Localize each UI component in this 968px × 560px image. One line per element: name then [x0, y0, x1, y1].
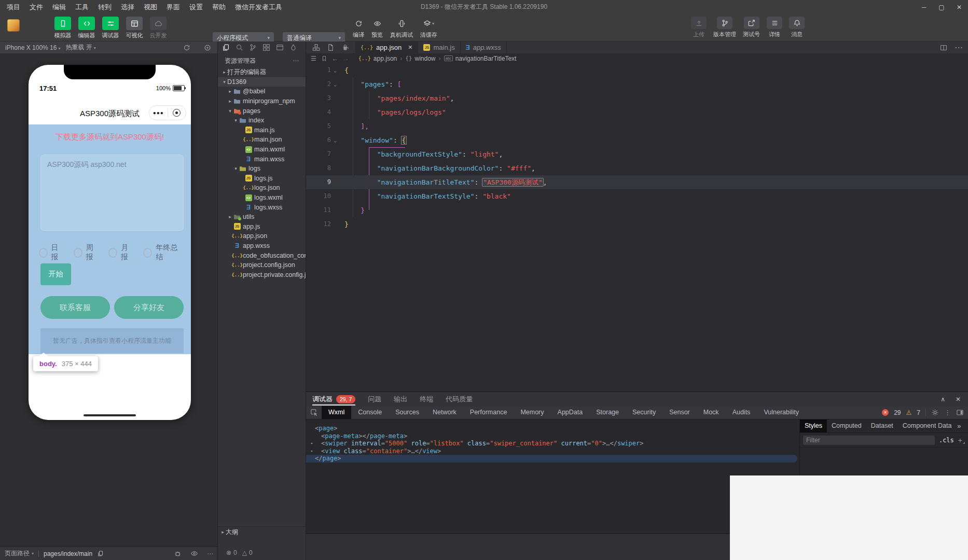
breadcrumb-item[interactable]: {}window — [405, 55, 435, 62]
toggle-class-button[interactable]: .cls — [939, 437, 954, 444]
maximize-icon[interactable]: ▢ — [933, 0, 950, 14]
bookmark-icon[interactable] — [321, 55, 327, 62]
tree-item[interactable]: ▾pages — [218, 106, 306, 116]
toolbar-button[interactable]: 测试号 — [743, 17, 760, 38]
dom-tree-row[interactable]: ▸<view class="container">…</view> — [306, 447, 799, 455]
tree-item[interactable]: JSlogs.js — [218, 174, 306, 184]
devtools-tab[interactable]: AppData — [551, 406, 590, 419]
toolbar-button[interactable]: 真机调试 — [390, 18, 413, 39]
breadcrumb-item[interactable]: abcnavigationBarTitleText — [444, 55, 517, 62]
menu-item[interactable]: 项目 — [2, 0, 25, 14]
menu-item[interactable]: 设置 — [185, 0, 208, 14]
page-icon[interactable] — [327, 44, 335, 51]
debugger-tab[interactable]: 调试器29, 7 — [306, 392, 362, 406]
device-selector[interactable]: iPhone X 100% 16▾ — [5, 44, 60, 51]
tree-section[interactable]: ▸打开的编辑器 — [218, 67, 306, 77]
tree-item[interactable]: ▸utils — [218, 212, 306, 222]
code-line[interactable]: 12} — [306, 217, 968, 231]
grid-icon[interactable] — [262, 44, 270, 51]
record-icon[interactable] — [204, 44, 211, 51]
copy-icon[interactable] — [97, 550, 104, 557]
tree-item[interactable]: JSmain.js — [218, 125, 306, 135]
toolbar-button[interactable]: 可视化 — [125, 17, 144, 39]
collapse-panel-icon[interactable]: ∧ — [941, 396, 945, 403]
menu-item[interactable]: 帮助 — [208, 0, 230, 14]
menu-item[interactable]: 界面 — [162, 0, 185, 14]
tree-item[interactable]: {..}code_obfuscation_conf… — [218, 250, 306, 260]
devtools-tab[interactable]: Console — [351, 406, 389, 419]
drop-icon[interactable] — [289, 44, 297, 51]
dom-tree-row[interactable]: </page> — [306, 455, 797, 463]
styles-sidebar-tab[interactable]: Styles — [800, 419, 827, 432]
outline-list-icon[interactable]: ☰ — [311, 55, 316, 62]
toolbar-button[interactable]: 消息 — [789, 17, 805, 38]
minimize-icon[interactable]: ─ — [915, 0, 933, 14]
close-tab-icon[interactable]: ✕ — [408, 44, 412, 51]
tree-item[interactable]: {..}main.json — [218, 135, 306, 145]
tree-item[interactable]: {..}project.private.config.js… — [218, 270, 306, 279]
back-icon[interactable]: ← — [332, 55, 338, 62]
styles-sidebar-tab[interactable]: Dataset — [866, 419, 898, 432]
devtools-tab[interactable]: Sources — [389, 406, 426, 419]
hot-reload-toggle[interactable]: 热重载 开▾ — [65, 43, 95, 52]
tree-item[interactable]: ▾logs — [218, 164, 306, 174]
menu-item[interactable]: 选择 — [116, 0, 139, 14]
tree-item[interactable]: Ǝlogs.wxss — [218, 202, 306, 212]
code-area[interactable]: 1⌄{2⌄ "pages": [3 "pages/index/main",4 "… — [306, 63, 968, 391]
styles-sidebar-tab[interactable]: Computed — [827, 419, 866, 432]
editor-tab[interactable]: Ǝapp.wxss — [461, 41, 507, 53]
toolbar-button[interactable]: 云开发 — [148, 17, 168, 39]
more-menu-icon[interactable]: ●●● — [149, 106, 168, 120]
toolbar-button[interactable]: 编译 — [353, 18, 364, 39]
menu-item[interactable]: 转到 — [93, 0, 116, 14]
tree-item[interactable]: Ǝapp.wxss — [218, 241, 306, 251]
editor-tab[interactable]: JSmain.js — [418, 41, 460, 53]
tree-item[interactable]: <>logs.wxml — [218, 193, 306, 203]
breadcrumb-item[interactable]: {..}app.json — [358, 55, 397, 62]
toolbar-button[interactable]: 编辑器 — [77, 17, 96, 39]
debugger-tab[interactable]: 代码质量 — [439, 392, 479, 406]
code-line[interactable]: 10 "navigationBarTextStyle": "black" — [306, 189, 968, 203]
window-icon[interactable] — [276, 44, 284, 51]
debugger-tab[interactable]: 问题 — [362, 392, 388, 406]
styles-sidebar-tab[interactable]: Component Data — [898, 419, 957, 432]
more-tabs-icon[interactable]: » — [957, 422, 961, 430]
code-line[interactable]: 9 "navigationBarTitleText": "ASP300源码测试"… — [306, 175, 968, 189]
radio-option[interactable]: 月报 — [108, 243, 133, 262]
toolbar-button[interactable]: ▾清缓存 — [420, 18, 437, 39]
radio-option[interactable]: 年终总结 — [143, 243, 181, 262]
menu-item[interactable]: 微信开发者工具 — [230, 0, 287, 14]
toolbar-button[interactable]: 调试器 — [101, 17, 120, 39]
tree-item[interactable]: Ǝmain.wxss — [218, 154, 306, 164]
devtools-tab[interactable]: Performance — [463, 406, 514, 419]
devtools-tab[interactable]: Security — [626, 406, 662, 419]
dock-side-icon[interactable] — [956, 409, 964, 416]
user-avatar[interactable] — [7, 19, 20, 32]
code-line[interactable]: 2⌄ "pages": [ — [306, 77, 968, 91]
menu-item[interactable]: 文件 — [25, 0, 48, 14]
tree-item[interactable]: ▸miniprogram_npm — [218, 96, 306, 106]
more-actions-icon[interactable]: ⋯ — [207, 550, 213, 557]
outline-section[interactable]: ▸ 大纲 — [218, 526, 306, 537]
menu-item[interactable]: 编辑 — [48, 0, 71, 14]
dom-tree-row[interactable]: <page> — [306, 425, 799, 432]
code-line[interactable]: 6⌄ "window": { — [306, 133, 968, 147]
tree-item[interactable]: {..}project.config.json — [218, 260, 306, 270]
code-line[interactable]: 7 "backgroundTextStyle": "light", — [306, 147, 968, 161]
kebab-menu-icon[interactable]: ⋮ — [944, 409, 951, 416]
menu-item[interactable]: 视图 — [139, 0, 162, 14]
debugger-tab[interactable]: 终端 — [413, 392, 439, 406]
tree-item[interactable]: {..}logs.json — [218, 183, 306, 193]
close-target-icon[interactable] — [168, 109, 186, 117]
code-line[interactable]: 8 "navigationBarBackgroundColor": "#fff"… — [306, 161, 968, 175]
devtools-tab[interactable]: Audits — [726, 406, 757, 419]
devtools-tab[interactable]: Network — [426, 406, 463, 419]
share-button[interactable]: 分享好友 — [114, 296, 184, 319]
tree-item[interactable]: {..}app.json — [218, 231, 306, 241]
page-path-selector[interactable]: 页面路径▾ — [5, 549, 34, 558]
code-line[interactable]: 4 "pages/logs/logs" — [306, 105, 968, 119]
devtools-tab[interactable]: Sensor — [662, 406, 697, 419]
code-line[interactable]: 3 "pages/index/main", — [306, 91, 968, 105]
start-button[interactable]: 开始 — [40, 263, 71, 285]
more-actions-icon[interactable]: ⋯ — [293, 57, 299, 64]
